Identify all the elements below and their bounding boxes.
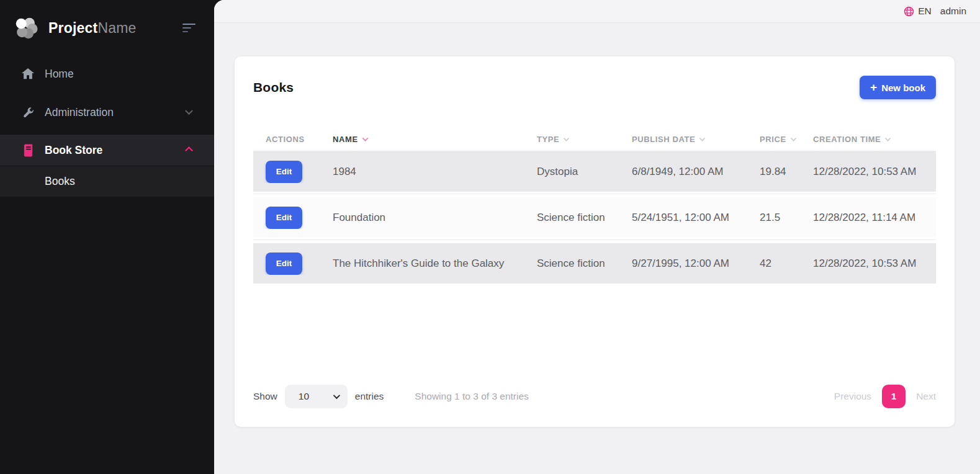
new-book-button[interactable]: + New book bbox=[860, 76, 936, 99]
card-header: Books + New book bbox=[253, 76, 936, 99]
sidebar-item-label: Books bbox=[45, 175, 75, 188]
column-header-publish-date[interactable]: Publish date bbox=[632, 135, 760, 144]
entries-label: entries bbox=[355, 391, 384, 402]
page-content: Books + New book Actions Name bbox=[214, 23, 980, 474]
column-header-label: Publish date bbox=[632, 135, 695, 144]
column-header-label: Type bbox=[537, 135, 559, 144]
sidebar-item-administration[interactable]: Administration bbox=[0, 97, 214, 127]
cell-actions: Edit bbox=[253, 207, 333, 229]
edit-button[interactable]: Edit bbox=[266, 253, 302, 275]
cell-actions: Edit bbox=[253, 161, 333, 183]
cell-publish-date: 5/24/1951, 12:00 AM bbox=[632, 212, 760, 224]
app-root: ProjectName Home Administration bbox=[0, 0, 980, 474]
cell-name: 1984 bbox=[333, 166, 537, 178]
next-page-button[interactable]: Next bbox=[916, 391, 936, 402]
menu-fold-icon[interactable] bbox=[181, 20, 197, 36]
cell-publish-date: 9/27/1995, 12:00 AM bbox=[632, 257, 760, 270]
sidebar-item-home[interactable]: Home bbox=[0, 59, 214, 89]
sidebar-item-label: Book Store bbox=[45, 144, 102, 157]
column-header-name[interactable]: Name bbox=[333, 135, 537, 144]
column-header-label: Name bbox=[333, 135, 358, 144]
cell-type: Science fiction bbox=[537, 212, 632, 224]
sort-chevron-icon bbox=[564, 135, 570, 141]
sort-chevron-icon bbox=[790, 135, 796, 141]
page-size-select[interactable]: 10 bbox=[285, 385, 348, 408]
cell-name: Foundation bbox=[333, 212, 537, 224]
cell-price: 19.84 bbox=[760, 166, 813, 178]
page-title: Books bbox=[253, 80, 294, 95]
home-icon bbox=[20, 68, 35, 80]
language-selector[interactable]: EN bbox=[904, 6, 932, 17]
row-separator bbox=[253, 238, 936, 243]
row-separator bbox=[253, 192, 936, 197]
column-header-label: Price bbox=[760, 135, 786, 144]
cell-price: 21.5 bbox=[760, 212, 813, 224]
new-book-label: New book bbox=[881, 83, 925, 93]
sidebar-item-label: Home bbox=[45, 68, 74, 81]
table-row: Edit The Hitchhiker's Guide to the Galax… bbox=[253, 243, 936, 284]
column-header-creation-time[interactable]: Creation time bbox=[813, 135, 936, 144]
cell-price: 42 bbox=[760, 257, 813, 270]
chevron-up-icon bbox=[185, 146, 193, 154]
edit-button[interactable]: Edit bbox=[266, 161, 302, 183]
chevron-down-icon bbox=[185, 107, 193, 115]
column-header-label: Creation time bbox=[813, 135, 881, 144]
column-header-actions: Actions bbox=[253, 135, 333, 144]
cell-creation-time: 12/28/2022, 10:53 AM bbox=[813, 166, 936, 178]
sort-chevron-icon bbox=[362, 135, 368, 141]
pagination: Previous 1 Next bbox=[834, 385, 936, 408]
chevron-down-icon bbox=[333, 392, 340, 399]
cell-creation-time: 12/28/2022, 10:53 AM bbox=[813, 257, 936, 270]
current-page-button[interactable]: 1 bbox=[882, 385, 906, 408]
brand-name-light: Name bbox=[97, 20, 136, 36]
book-icon bbox=[20, 144, 35, 157]
page-size-value: 10 bbox=[299, 391, 309, 402]
sort-chevron-icon bbox=[885, 135, 891, 141]
cell-type: Science fiction bbox=[537, 257, 632, 270]
sidebar: ProjectName Home Administration bbox=[0, 0, 214, 474]
table-body: Edit 1984 Dystopia 6/8/1949, 12:00 AM 19… bbox=[253, 151, 936, 284]
brand-name: ProjectName bbox=[48, 20, 137, 37]
edit-button[interactable]: Edit bbox=[266, 207, 302, 229]
cell-type: Dystopia bbox=[537, 166, 632, 178]
sidebar-item-book-store[interactable]: Book Store bbox=[0, 135, 214, 166]
main-area: EN admin Books + New book Actions bbox=[214, 0, 980, 474]
cell-actions: Edit bbox=[253, 253, 333, 275]
wrench-icon bbox=[20, 106, 35, 119]
brand-logo-icon bbox=[12, 14, 40, 42]
cell-name: The Hitchhiker's Guide to the Galaxy bbox=[333, 257, 537, 270]
cell-publish-date: 6/8/1949, 12:00 AM bbox=[632, 166, 760, 178]
table-row: Edit Foundation Science fiction 5/24/195… bbox=[253, 197, 936, 238]
plus-icon: + bbox=[870, 81, 877, 93]
table-footer: Show 10 entries Showing 1 to 3 of 3 entr… bbox=[253, 385, 936, 408]
topbar: EN admin bbox=[214, 0, 980, 23]
show-label: Show bbox=[253, 391, 277, 402]
cell-creation-time: 12/28/2022, 11:14 AM bbox=[813, 212, 936, 224]
brand-name-bold: Project bbox=[48, 20, 97, 36]
table-header-row: Actions Name Type Publish date bbox=[253, 128, 936, 151]
entries-summary: Showing 1 to 3 of 3 entries bbox=[415, 391, 529, 402]
language-label: EN bbox=[918, 6, 932, 17]
books-table: Actions Name Type Publish date bbox=[253, 128, 936, 284]
sidebar-nav: Home Administration Book bbox=[0, 56, 214, 197]
sort-chevron-icon bbox=[699, 135, 706, 141]
user-menu[interactable]: admin bbox=[940, 6, 966, 17]
brand-header: ProjectName bbox=[0, 0, 214, 56]
books-card: Books + New book Actions Name bbox=[235, 56, 955, 427]
globe-icon bbox=[904, 6, 914, 17]
previous-page-button[interactable]: Previous bbox=[834, 391, 871, 402]
sidebar-item-books[interactable]: Books bbox=[0, 166, 214, 197]
column-header-type[interactable]: Type bbox=[537, 135, 632, 144]
table-row: Edit 1984 Dystopia 6/8/1949, 12:00 AM 19… bbox=[253, 151, 936, 192]
sidebar-item-label: Administration bbox=[45, 106, 114, 119]
column-header-price[interactable]: Price bbox=[760, 135, 813, 144]
